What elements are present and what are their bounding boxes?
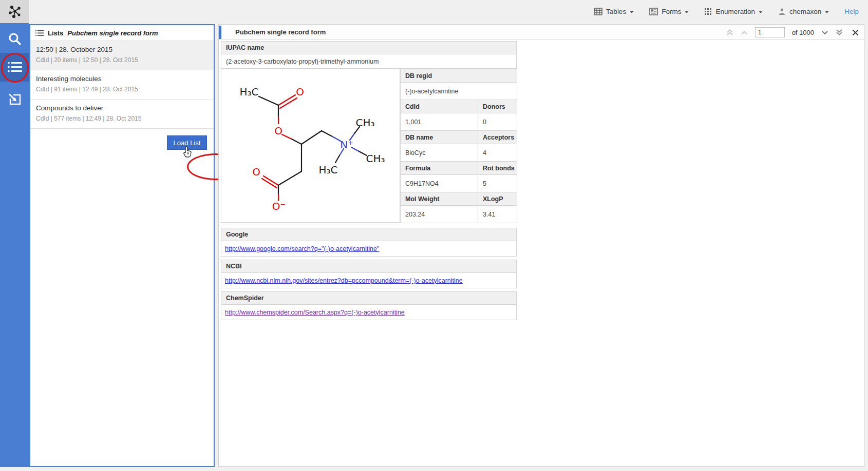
lists-panel-title: Lists: [48, 29, 63, 37]
atom-label-oxygen: O: [296, 86, 304, 98]
atom-label-nitrogen: N⁺: [340, 139, 353, 151]
donors-value: 0: [478, 113, 517, 131]
top-menu-bar: Tables Forms Enumeration: [594, 0, 868, 23]
structure-viewer[interactable]: H₃C O O N⁺ CH₃ CH₃ H₃C O O⁻: [221, 69, 400, 223]
close-form-button[interactable]: [852, 29, 859, 36]
atom-label-oxygen: O⁻: [272, 200, 286, 212]
rot-bonds-value: 5: [478, 175, 517, 192]
form-panel-title: Pubchem single record form: [235, 25, 326, 40]
user-icon: [778, 8, 786, 15]
list-item-title: Compounds to deliver: [36, 104, 208, 112]
form-panel: Pubchem single record form of 1000: [218, 24, 864, 467]
double-chevron-down-icon: [836, 29, 843, 36]
top-bar: Tables Forms Enumeration: [0, 0, 868, 23]
atom-label-methyl: CH₃: [355, 116, 374, 129]
menu-enumeration-label: Enumeration: [715, 8, 755, 15]
list-item-title: 12:50 | 28. October 2015: [36, 46, 208, 53]
next-record-button[interactable]: [821, 30, 828, 35]
molecule-structure: H₃C O O N⁺ CH₃ CH₃ H₃C O O⁻: [221, 69, 400, 222]
help-link[interactable]: Help: [844, 8, 859, 15]
iupac-name-label: IUPAC name: [221, 41, 517, 54]
list-item-subtitle: CdId | 577 items | 12:49 | 28. Oct 2015: [36, 115, 208, 122]
ncbi-label: NCBI: [221, 260, 517, 273]
record-pager: of 1000: [726, 25, 859, 40]
search-icon: [7, 31, 23, 47]
menu-user[interactable]: chemaxon: [778, 8, 829, 15]
app-logo[interactable]: [0, 0, 29, 23]
menu-enumeration[interactable]: Enumeration: [704, 8, 763, 15]
xlogp-label: XLogP: [478, 192, 517, 206]
list-icon: [7, 61, 23, 74]
lists-panel: Lists Pubchem single record form 12:50 |…: [29, 24, 215, 467]
formula-label: Formula: [401, 162, 478, 175]
cdid-label: CdId: [401, 100, 478, 113]
list-item[interactable]: Compounds to deliver CdId | 577 items | …: [30, 100, 214, 129]
record-total-label: of 1000: [792, 29, 814, 36]
chevron-down-icon: [630, 11, 634, 13]
atom-label-methyl: H₃C: [239, 86, 258, 98]
sidebar-export-button[interactable]: [0, 86, 29, 113]
close-icon: [852, 29, 859, 36]
enumeration-icon: [704, 8, 712, 15]
cdid-value: 1,001: [401, 113, 478, 131]
list-item-title: Interesting molecules: [36, 75, 208, 83]
acceptors-label: Acceptors: [478, 131, 517, 144]
form-panel-header: Pubchem single record form of 1000: [219, 25, 864, 40]
mol-weight-label: Mol Weight: [401, 192, 478, 206]
acceptors-value: 4: [478, 144, 517, 162]
chevron-down-icon: [685, 11, 689, 13]
lists-panel-form-name: Pubchem single record form: [67, 29, 158, 37]
double-chevron-up-icon: [726, 29, 733, 36]
menu-forms[interactable]: Forms: [649, 8, 689, 15]
db-name-value: BioCyc: [401, 144, 478, 162]
chemspider-link[interactable]: http://www.chemspider.com/Search.aspx?q=…: [225, 309, 405, 316]
db-name-label: DB name: [401, 131, 478, 144]
previous-record-button[interactable]: [741, 30, 748, 35]
chemspider-link-row: http://www.chemspider.com/Search.aspx?q=…: [221, 304, 517, 320]
sidebar-search-button[interactable]: [0, 25, 29, 53]
mol-weight-value: 203.24: [401, 206, 478, 223]
chevron-down-icon: [759, 11, 763, 13]
list-icon: [35, 30, 44, 36]
xlogp-value: 3.41: [478, 206, 517, 223]
db-regid-value: (-)o-acetylcarnitine: [401, 83, 517, 100]
chemaxon-logo-icon: [8, 5, 22, 18]
last-record-button[interactable]: [836, 29, 843, 36]
list-item-subtitle: CdId | 91 items | 12:49 | 28. Oct 2015: [36, 86, 208, 93]
tables-icon: [594, 8, 602, 15]
panel-accent-bar: [219, 26, 221, 39]
property-table: DB regid (-)o-acetylcarnitine CdId Donor…: [400, 69, 517, 223]
menu-tables[interactable]: Tables: [594, 8, 634, 15]
google-label: Google: [221, 228, 517, 241]
iupac-name-value: (2-acetoxy-3-carboxylato-propyl)-trimeth…: [221, 54, 517, 69]
chevron-down-icon: [825, 11, 829, 13]
menu-forms-label: Forms: [662, 8, 681, 15]
chevron-down-icon: [821, 30, 828, 35]
ncbi-link-row: http://www.ncbi.nlm.nih.gov/sites/entrez…: [221, 272, 517, 288]
load-list-button[interactable]: Load List: [167, 135, 207, 150]
list-item[interactable]: 12:50 | 28. October 2015 CdId | 20 items…: [30, 41, 214, 70]
donors-label: Donors: [478, 100, 517, 113]
google-link-row: http://www.google.com/search?q="(-)o-ace…: [221, 241, 517, 257]
sidebar-lists-button[interactable]: [0, 53, 29, 82]
google-link[interactable]: http://www.google.com/search?q="(-)o-ace…: [225, 245, 379, 252]
record-number-input[interactable]: [755, 27, 785, 37]
list-item-subtitle: CdId | 20 items | 12:50 | 28. Oct 2015: [36, 56, 208, 64]
menu-tables-label: Tables: [606, 8, 626, 15]
atom-label-oxygen: O: [274, 125, 282, 137]
left-sidebar: [0, 23, 29, 467]
atom-label-methyl: CH₃: [366, 152, 385, 165]
list-item[interactable]: Interesting molecules CdId | 91 items | …: [30, 70, 214, 100]
forms-icon: [649, 8, 658, 15]
first-record-button[interactable]: [726, 29, 733, 36]
atom-label-oxygen: O: [252, 166, 260, 178]
db-regid-label: DB regid: [401, 69, 517, 83]
export-arrow-icon: [8, 93, 22, 106]
lists-panel-header: Lists Pubchem single record form: [30, 25, 214, 41]
ncbi-link[interactable]: http://www.ncbi.nlm.nih.gov/sites/entrez…: [225, 277, 463, 284]
chevron-up-icon: [741, 30, 748, 35]
formula-value: C9H17NO4: [401, 175, 478, 192]
rot-bonds-label: Rot bonds: [478, 162, 517, 175]
menu-user-label: chemaxon: [789, 8, 821, 15]
atom-label-methyl: H₃C: [318, 164, 337, 176]
